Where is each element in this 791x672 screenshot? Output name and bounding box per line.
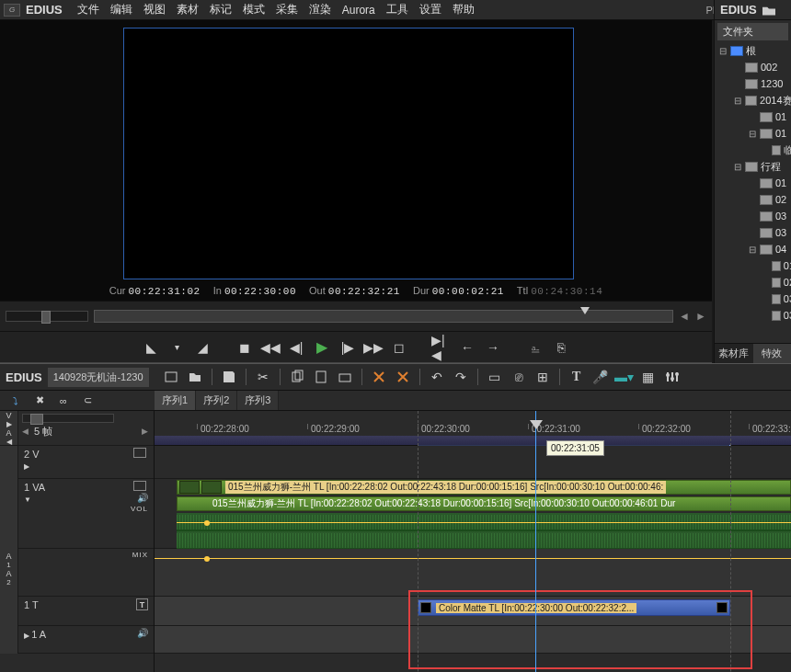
menu-clip[interactable]: 素材 [171, 0, 204, 19]
time-ruler[interactable]: 00:22:28:00 00:22:29:00 00:22:30:00 00:2… [155, 411, 791, 446]
tree-item[interactable]: 2014赛 [760, 94, 791, 108]
folder-tree[interactable]: ⊟根 002 1230 ⊟2014赛 01 ⊟01 临 ⊟行程 01 02 03… [715, 40, 791, 324]
menu-edit[interactable]: 编辑 [105, 0, 138, 19]
play-button[interactable]: ▶ [312, 337, 332, 358]
in-point-line[interactable] [418, 411, 418, 672]
menu-file[interactable]: 文件 [72, 0, 105, 19]
step-fwd-button[interactable]: |▶ [338, 337, 358, 358]
project-tab[interactable]: 140928无机油-1230 [48, 368, 149, 387]
tree-root[interactable]: 根 [746, 44, 756, 58]
paste-icon[interactable] [312, 368, 330, 386]
position-slider[interactable] [94, 310, 673, 323]
title-clip[interactable]: Color Matte TL [In:00:22:30:00 Out:00:22… [418, 599, 730, 616]
delete-gap-icon[interactable] [394, 368, 412, 386]
title-track-icon[interactable]: T [136, 598, 148, 610]
tree-item[interactable]: 02 [784, 277, 791, 288]
tree-item[interactable]: 002 [761, 62, 777, 73]
track-1va-label[interactable]: 1 VA [24, 482, 45, 493]
out-point-line[interactable] [730, 411, 731, 672]
insert-button[interactable]: ⎁ [525, 337, 545, 358]
playhead[interactable] [535, 411, 536, 672]
scrub-prev-icon[interactable]: ◄ [679, 310, 690, 323]
track-2v-lane[interactable] [155, 446, 791, 479]
track-1a-label[interactable]: 1 A [31, 629, 46, 640]
sync-mode-icon[interactable]: ∞ [55, 393, 72, 408]
tree-item[interactable]: 03 [775, 211, 786, 222]
tree-item[interactable]: 04 [775, 244, 786, 255]
tree-item[interactable]: 01 [775, 177, 786, 188]
loop-button[interactable]: ◻ [389, 337, 409, 358]
keyframe-icon[interactable] [204, 556, 210, 562]
track-1t-lane[interactable]: Color Matte TL [In:00:22:30:00 Out:00:22… [155, 597, 791, 626]
bin-tab-folder[interactable]: 文件夹 [717, 23, 788, 40]
goto-in-icon[interactable]: ← [457, 337, 477, 358]
tree-item[interactable]: 03 [775, 227, 786, 238]
tree-item[interactable]: 01 [775, 128, 786, 139]
ripple-delete-icon[interactable] [370, 368, 388, 386]
title-icon[interactable]: T [567, 368, 586, 386]
menu-aurora[interactable]: Aurora [337, 2, 381, 18]
track-patch-icon[interactable] [133, 448, 146, 458]
sequence-tab-1[interactable]: 序列1 [155, 391, 196, 410]
track-1a-lane[interactable] [155, 626, 791, 654]
tree-item[interactable]: 01 [775, 111, 786, 122]
link-icon[interactable]: ⎚ [510, 368, 528, 386]
ripple-mode-icon[interactable]: ✖ [31, 393, 48, 408]
scrub-next-icon[interactable]: ► [695, 310, 706, 323]
audio-icon[interactable]: 🎤 [591, 368, 610, 386]
track-2v-label[interactable]: 2 V [24, 449, 40, 460]
menu-capture[interactable]: 采集 [270, 0, 304, 19]
overwrite-button[interactable]: ⎘ [551, 337, 571, 358]
zoom-slider[interactable] [22, 414, 114, 423]
video-clip[interactable]: 015兰州威力狮-兰州 TL [In:00:22:28:02 Out:00:22… [177, 480, 791, 495]
tab-asset-library[interactable]: 素材库 [715, 344, 753, 363]
menu-render[interactable]: 渲染 [304, 0, 337, 19]
tree-item[interactable]: 临 [784, 143, 791, 157]
cut-icon[interactable]: ✂ [254, 368, 272, 386]
sequence-tab-2[interactable]: 序列2 [196, 391, 237, 410]
undo-icon[interactable]: ↶ [428, 368, 446, 386]
snap-icon[interactable]: ⊞ [533, 368, 552, 386]
tree-item[interactable]: 1230 [761, 78, 783, 89]
menu-help[interactable]: 帮助 [447, 0, 480, 19]
redo-icon[interactable]: ↷ [452, 368, 470, 386]
stop-button[interactable]: ◼ [235, 337, 255, 358]
set-in-icon[interactable]: ◣ [141, 337, 161, 358]
tree-item[interactable]: 03 [784, 310, 791, 321]
settings-icon[interactable] [663, 368, 682, 386]
tree-item[interactable]: 行程 [761, 160, 781, 174]
audio-clip[interactable]: 015兰州威力狮-兰州 TL [In:00:22:28:02 Out:00:22… [177, 496, 791, 511]
set-out-icon[interactable]: ◢ [192, 337, 212, 358]
menu-mode[interactable]: 模式 [237, 0, 270, 19]
sequence-tab-3[interactable]: 序列3 [237, 391, 279, 410]
prev-edit-button[interactable]: ▶|◀ [431, 337, 452, 358]
preview-canvas[interactable] [123, 28, 574, 279]
menu-settings[interactable]: 设置 [414, 0, 447, 19]
timeline-tracks[interactable]: 00:22:28:00 00:22:29:00 00:22:30:00 00:2… [155, 411, 791, 672]
track-1t-label[interactable]: 1 T [24, 599, 39, 610]
tree-item[interactable]: 01 [784, 260, 791, 271]
menu-view[interactable]: 视图 [138, 0, 171, 19]
goto-out-icon[interactable]: → [483, 337, 503, 358]
open-icon[interactable] [186, 368, 204, 386]
new-sequence-icon[interactable] [162, 368, 180, 386]
tree-item[interactable]: 03 [784, 293, 791, 304]
track-1va-lane[interactable]: 015兰州威力狮-兰州 TL [In:00:22:28:02 Out:00:22… [155, 479, 791, 549]
rewind-button[interactable]: ◀◀ [260, 337, 281, 358]
copy-icon[interactable] [288, 368, 306, 386]
replace-icon[interactable] [336, 368, 354, 386]
render-icon[interactable]: ▬▾ [615, 368, 634, 386]
group-icon[interactable]: ▭ [486, 368, 504, 386]
step-back-button[interactable]: ◀| [286, 337, 306, 358]
zoom-out-icon[interactable]: ◀ [22, 427, 29, 436]
magnet-icon[interactable]: ⊂ [79, 393, 96, 408]
folder-icon[interactable] [762, 5, 775, 16]
waveform[interactable] [177, 531, 791, 550]
save-icon[interactable] [220, 368, 238, 386]
fast-fwd-button[interactable]: ▶▶ [363, 337, 384, 358]
marker-small-icon[interactable]: ▾ [166, 337, 187, 358]
tab-effects[interactable]: 特效 [753, 344, 792, 363]
track-patch-icon[interactable] [133, 481, 146, 491]
insert-mode-icon[interactable]: ⤵ [7, 393, 24, 408]
tree-item[interactable]: 02 [775, 194, 786, 205]
